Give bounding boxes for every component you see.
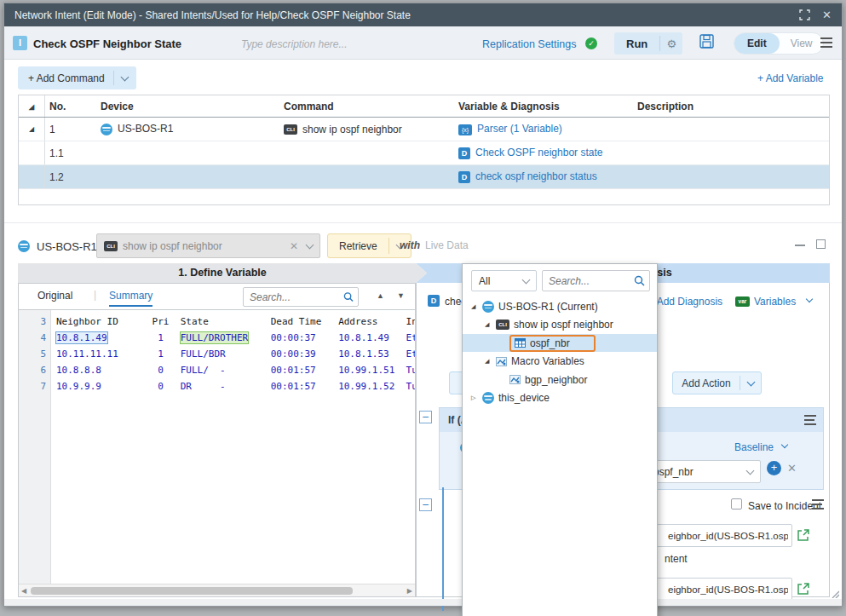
matched-state-highlight: FULL/DROTHER <box>180 331 249 344</box>
command-text: show ip ospf neighbor <box>302 124 402 135</box>
expanded-triangle-icon[interactable]: ◢ <box>485 321 493 328</box>
tree-item-this-device[interactable]: ▷this_device <box>463 389 657 407</box>
variables-dropdown[interactable]: Variables <box>754 296 796 308</box>
scroll-right-icon[interactable]: ▶ <box>407 587 412 595</box>
variable-search-input[interactable] <box>248 291 343 304</box>
terminal-line: 510.11.11.11 1 FULL/BDR 00:00:39 10.8.1.… <box>19 346 415 362</box>
collapse-all-icon[interactable]: ◢ <box>19 95 45 117</box>
right-variable-select[interactable]: ospf_nbr <box>646 460 761 483</box>
variable-diagnosis-link[interactable]: Parser (1 Variable) <box>477 123 562 135</box>
tree-item-ospf-nbr[interactable]: ospf_nbr <box>463 334 657 352</box>
open-external-icon[interactable] <box>797 582 810 596</box>
right-scope-chevron-icon[interactable] <box>781 441 788 448</box>
tab-original[interactable]: Original <box>37 290 72 302</box>
scrollbar-thumb[interactable] <box>31 587 353 595</box>
add-variable-link[interactable]: + Add Variable <box>757 72 824 84</box>
terminal-line: 3Neighbor ID Pri State Dead Time Address… <box>19 314 415 330</box>
search-icon[interactable] <box>343 291 354 302</box>
popup-filter-select[interactable]: All <box>471 270 537 291</box>
table-variable-icon <box>515 338 526 348</box>
macro-variable-icon <box>509 375 521 384</box>
tree-item-label: US-BOS-R1 (Current) <box>498 301 598 313</box>
expanded-triangle-icon[interactable]: ◢ <box>471 303 480 310</box>
prev-match-icon[interactable]: ▲ <box>377 291 384 300</box>
collapse-if-icon[interactable]: – <box>419 411 432 423</box>
scroll-left-icon[interactable]: ◀ <box>21 587 26 595</box>
tab-summary[interactable]: Summary <box>109 290 153 307</box>
save-icon[interactable] <box>699 34 714 49</box>
device-name: US-BOS-R1 <box>118 123 173 135</box>
command-select[interactable]: CLI show ip ospf neighbor ✕ <box>96 233 320 258</box>
view-tab[interactable]: View <box>780 37 824 49</box>
run-button[interactable]: Run <box>614 37 659 50</box>
add-condition-icon[interactable]: + <box>767 461 781 475</box>
open-external-icon[interactable] <box>797 528 810 542</box>
table-row[interactable]: 1.2Dcheck ospf neighbor status <box>19 165 829 189</box>
next-match-icon[interactable]: ▼ <box>397 291 405 300</box>
table-row[interactable]: ◢1US-BOS-R1CLIshow ip ospf neighbor{x}Pa… <box>19 118 829 141</box>
resize-handle[interactable] <box>831 590 839 598</box>
tree-item-bgp-neighbor[interactable]: bgp_neighbor <box>463 371 657 389</box>
macro-variable-icon <box>496 357 507 366</box>
clear-command-icon[interactable]: ✕ <box>290 240 298 252</box>
popup-search-input[interactable] <box>547 274 634 288</box>
text-segment: 10.9.9.9 0 DR - 00:01:57 10.99.1.52 Tun <box>56 381 415 392</box>
variable-diagnosis-link[interactable]: Check OSPF neighbor state <box>475 147 602 158</box>
command-select-value: show ip ospf neighbor <box>123 240 290 252</box>
search-icon[interactable] <box>634 275 645 286</box>
row-expander-slot <box>19 141 45 164</box>
intent-header: I Check OSPF Neighbor State Type descrip… <box>4 26 842 60</box>
router-icon <box>18 240 30 252</box>
cli-icon: CLI <box>104 241 118 251</box>
right-scope-dropdown[interactable]: Baseline <box>734 441 774 453</box>
row-expander-icon[interactable]: ◢ <box>19 118 45 141</box>
text-segment: 10.11.11.11 1 FULL/BDR 00:00:39 10.8.1.5… <box>56 348 415 360</box>
command-table-header: ◢ No. Device Command Variable & Diagnosi… <box>19 95 829 118</box>
line-text: 10.8.8.8 0 FULL/ - 00:01:57 10.99.1.51 T… <box>56 362 415 378</box>
add-diagnosis-link[interactable]: + Add Diagnosis <box>648 296 722 308</box>
remove-condition-icon[interactable]: ✕ <box>787 462 797 475</box>
intent-title: Check OSPF Neighbor State <box>33 37 181 50</box>
variable-picker-popup: All ◢US-BOS-R1 (Current)◢CLIshow ip ospf… <box>462 263 658 616</box>
message-field-1-text: eighbor_id(US-BOS-R1.ospf_nb <box>668 525 788 548</box>
variable-search <box>243 287 359 307</box>
save-to-incident-checkbox[interactable] <box>731 498 742 509</box>
variable-diagnosis-link[interactable]: check ospf neighbor status <box>475 170 597 182</box>
cli-icon: CLI <box>496 320 509 330</box>
description-input[interactable]: Type description here... <box>241 38 429 50</box>
run-settings-gear-icon[interactable]: ⚙ <box>660 37 682 50</box>
collapsed-triangle-icon[interactable]: ▷ <box>471 394 480 401</box>
close-icon[interactable]: ✕ <box>822 9 832 21</box>
diagnosis-icon: D <box>458 147 470 159</box>
tree-item-macro-variables[interactable]: ◢Macro Variables <box>463 353 657 371</box>
add-action-chevron-icon[interactable] <box>740 382 761 385</box>
row-variable-diagnosis-cell: DCheck OSPF neighbor state <box>458 147 637 159</box>
header-menu-icon[interactable] <box>820 42 832 43</box>
selected-value-highlight: 10.8.1.49 <box>55 331 108 344</box>
variables-chevron-down-icon[interactable] <box>806 296 813 302</box>
router-icon <box>482 392 494 404</box>
terminal-line: 710.9.9.9 0 DR - 00:01:57 10.99.1.52 Tun <box>19 378 415 394</box>
retrieve-button[interactable]: Retrieve <box>327 233 411 258</box>
horizontal-scrollbar[interactable]: ◀ ▶ <box>19 584 415 596</box>
if-block-menu-icon[interactable] <box>804 419 814 421</box>
variables-icon: var <box>735 296 750 307</box>
fullscreen-icon[interactable] <box>799 9 810 20</box>
expanded-triangle-icon[interactable]: ◢ <box>485 358 493 365</box>
detail-menu-icon[interactable] <box>812 504 822 505</box>
command-chevron-down-icon[interactable] <box>306 240 314 249</box>
tree-item-show-ip-ospf-neighbor[interactable]: ◢CLIshow ip ospf neighbor <box>463 316 657 334</box>
collapse-then-icon[interactable]: – <box>419 498 432 511</box>
maximize-panel-icon[interactable] <box>816 239 826 249</box>
replication-settings-link[interactable]: Replication Settings <box>482 38 576 50</box>
table-variable-icon <box>515 338 526 348</box>
minimize-panel-icon[interactable] <box>795 245 805 246</box>
replication-ok-icon: ✓ <box>585 37 597 49</box>
add-command-button[interactable]: + Add Command <box>18 66 136 89</box>
tree-item-label: ospf_nbr <box>530 337 570 349</box>
tree-item-us-bos-r1-current-[interactable]: ◢US-BOS-R1 (Current) <box>463 297 657 315</box>
table-row[interactable]: 1.1DCheck OSPF neighbor state <box>19 141 829 165</box>
edit-tab[interactable]: Edit <box>734 33 780 54</box>
tree-item-label: show ip ospf neighbor <box>514 319 613 331</box>
add-action-button[interactable]: Add Action <box>672 371 762 394</box>
